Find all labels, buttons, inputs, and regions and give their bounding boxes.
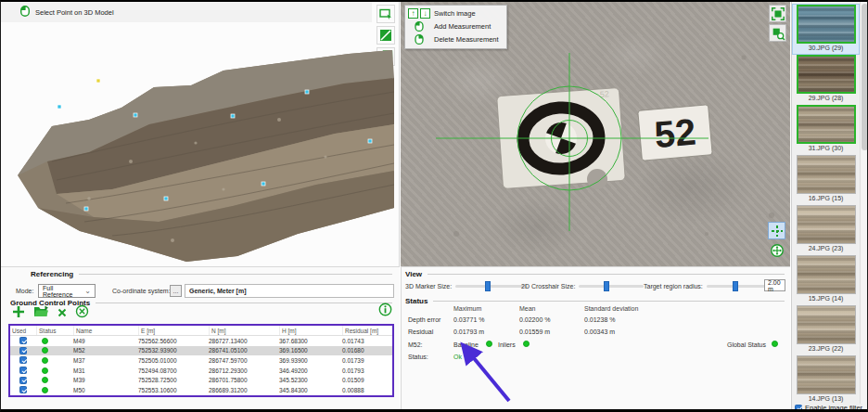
gcp-table-row[interactable]: M50 752553.10600 286689.31200 345.84300 … xyxy=(10,385,392,395)
used-checkbox[interactable] xyxy=(19,347,27,354)
target-radius-slider[interactable] xyxy=(707,285,772,288)
divider xyxy=(433,301,785,302)
model-3d-viewport[interactable]: Select Point on 3D Model xyxy=(1,2,400,266)
scrollbar-thumb[interactable] xyxy=(862,4,868,150)
crosshair-size-slider[interactable] xyxy=(579,285,644,288)
thumbnail-image[interactable] xyxy=(797,55,856,94)
marker-size-label: 3D Marker Size: xyxy=(405,283,452,290)
slider-handle[interactable] xyxy=(604,281,609,291)
status-dot xyxy=(42,357,48,364)
gcp-table-row[interactable]: M37 752505.01000 286747.59700 369.93900 … xyxy=(10,355,392,366)
point-name: M49 xyxy=(73,338,138,344)
residual-max: 0.01793 m xyxy=(453,328,484,335)
slider-handle[interactable] xyxy=(733,281,738,291)
coordinate-system-label: Co-ordinate system: xyxy=(112,288,171,294)
pan-view-button[interactable] xyxy=(768,241,785,259)
gcp-info-button[interactable] xyxy=(378,303,392,319)
mode-select[interactable]: Full Reference ⌄ xyxy=(38,284,96,298)
clear-points-button[interactable] xyxy=(75,304,89,321)
point-h: 345.52300 xyxy=(279,377,342,383)
thumbnail-image[interactable] xyxy=(797,205,856,244)
thumbnail-image[interactable] xyxy=(797,5,856,44)
fit-view-button[interactable] xyxy=(769,5,786,22)
thumbnail-image[interactable] xyxy=(797,355,856,394)
model-toolbar: Select Point on 3D Model xyxy=(1,2,372,22)
thumbnail-item[interactable]: 15.JPG (14) xyxy=(793,255,859,304)
target-radius-field[interactable]: 2.00 m xyxy=(764,279,785,291)
image-filter-label: Enable image filter xyxy=(805,404,862,412)
status-col-stddev: Standard deviation xyxy=(584,305,638,312)
image-2d-viewport[interactable]: 52 52 xyxy=(401,2,790,266)
3d-model-rock-mesh xyxy=(1,22,400,266)
thumbnail-item[interactable]: 30.JPG (29) xyxy=(793,5,859,54)
gcp-table-row[interactable]: M49 752562.56600 286727.13400 367.68300 … xyxy=(10,336,392,346)
point-n: 286747.59700 xyxy=(209,357,279,364)
col-n: N [m] xyxy=(209,326,279,335)
status-title: Status xyxy=(405,297,428,305)
slider-handle[interactable] xyxy=(485,281,491,291)
residual-std: 0.00343 m xyxy=(584,328,615,335)
import-points-button[interactable] xyxy=(33,305,49,320)
used-checkbox[interactable] xyxy=(19,367,27,374)
circled-x-icon xyxy=(75,304,89,318)
target-radius-label: Target region radius: xyxy=(644,283,703,290)
thumbnail-item[interactable]: 29.JPG (28) xyxy=(793,55,859,104)
thumbnail-item[interactable]: 31.JPG (30) xyxy=(793,105,859,154)
coordinate-system-field[interactable]: Generic, Meter [m] xyxy=(185,284,394,298)
thumbnail-image[interactable] xyxy=(797,255,856,294)
chevron-down-icon: ⌄ xyxy=(84,287,91,295)
residual-mean: 0.01559 m xyxy=(519,328,550,335)
thumbnail-image[interactable] xyxy=(797,105,856,144)
used-checkbox[interactable] xyxy=(19,356,27,364)
thumbnail-item[interactable]: 16.JPG (15) xyxy=(793,155,859,204)
gcp-table: Used Status Name E [m] N [m] H [m] Resid… xyxy=(8,324,394,397)
depth-error-label: Depth error xyxy=(408,316,440,323)
marker-number: 52 xyxy=(653,111,697,156)
point-n: 286701.75800 xyxy=(209,377,279,383)
col-h: H [m] xyxy=(279,326,342,335)
point-n: 286712.29300 xyxy=(209,367,279,374)
thumbnail-image[interactable] xyxy=(797,155,856,194)
select-point-button[interactable]: Select Point on 3D Model xyxy=(19,5,114,19)
col-used: Used xyxy=(10,326,36,335)
point-h: 345.84300 xyxy=(279,387,342,393)
add-point-button[interactable] xyxy=(12,305,25,321)
used-checkbox[interactable] xyxy=(19,377,27,384)
thumbnail-item[interactable]: 23.JPG (22) xyxy=(793,305,859,354)
thumbnail-image[interactable] xyxy=(797,305,856,344)
image-filter-checkbox[interactable] xyxy=(795,405,802,412)
divider xyxy=(96,303,392,303)
point-e: 752494.08700 xyxy=(138,367,209,374)
marker-status-label: M52: xyxy=(408,341,423,348)
small-x-icon xyxy=(57,308,67,317)
thumbnail-item[interactable]: 14.JPG (13) xyxy=(793,355,859,405)
plus-icon xyxy=(12,305,25,318)
coordinate-browse-button[interactable]: ... xyxy=(170,285,182,297)
thumbnail-label: 15.JPG (14) xyxy=(793,294,859,303)
remove-point-button[interactable] xyxy=(57,306,67,320)
zoom-region-icon xyxy=(771,26,785,41)
gcp-table-row[interactable]: M39 752528.72500 286701.75800 345.52300 … xyxy=(10,375,392,385)
thumbnail-item[interactable]: 24.JPG (23) xyxy=(793,205,859,254)
mouse-right-icon xyxy=(414,33,425,45)
center-crosshair-button[interactable] xyxy=(768,222,785,239)
thumbnail-label: 31.JPG (30) xyxy=(793,144,859,152)
add-measurement-hint: Add Measurement xyxy=(408,20,499,32)
marker-size-slider[interactable] xyxy=(455,285,528,288)
mouse-left-icon xyxy=(414,20,425,32)
gcp-table-row[interactable]: M52 752532.93900 286741.05100 369.16500 … xyxy=(10,346,392,356)
used-checkbox[interactable] xyxy=(19,337,27,344)
point-e: 752562.56600 xyxy=(138,338,209,344)
point-residual: 0.01739 xyxy=(342,357,392,364)
zoom-region-button[interactable] xyxy=(769,24,786,42)
select-region-button[interactable] xyxy=(377,5,395,23)
point-name: M39 xyxy=(73,377,138,383)
point-e: 752532.93900 xyxy=(138,347,209,354)
crosshair-size-label: 2D Crosshair Size: xyxy=(521,283,575,290)
mode-label: Mode: xyxy=(16,288,33,294)
gcp-table-row[interactable]: M31 752494.08700 286712.29300 346.49200 … xyxy=(10,366,392,376)
thumbnail-label: 29.JPG (28) xyxy=(793,94,859,102)
arrow-up-icon: ↑ xyxy=(408,8,418,19)
used-checkbox[interactable] xyxy=(19,386,27,393)
thumbnail-scrollbar[interactable] xyxy=(860,2,868,412)
